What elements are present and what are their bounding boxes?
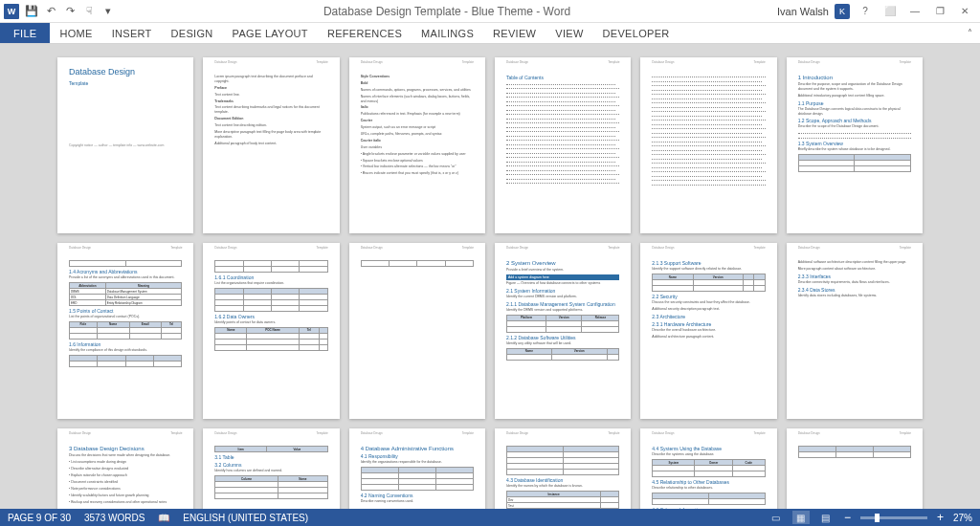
ribbon-display-options[interactable]: ⬜ [880,3,900,20]
subsection-heading: 2.1.2 Database Software Utilities [506,335,619,340]
zoom-slider[interactable] [860,516,927,519]
page-thumbnail[interactable]: Database DesignTemplate 2.1.3 Support So… [640,243,776,419]
subsection-heading: 1.2 Scope, Approach and Methods [798,118,911,123]
page-thumbnail[interactable]: Database DesignTemplate ItemValue 3.1 Ta… [203,428,339,509]
tab-file[interactable]: FILE [0,23,50,43]
minimize-button[interactable]: — [905,3,924,20]
user-avatar[interactable]: K [835,4,850,19]
print-layout-button[interactable]: ▦ [792,511,810,524]
read-mode-button[interactable]: ▭ [768,511,785,524]
subsection-heading: 1.6.1 Coordination [214,274,327,280]
close-button[interactable]: ✕ [955,3,974,20]
tab-page-layout[interactable]: PAGE LAYOUT [223,23,318,43]
page-thumbnail[interactable]: Database DesignTemplate 1.6.1 Coordinati… [203,243,339,419]
language-indicator[interactable]: ENGLISH (UNITED STATES) [183,513,308,523]
quick-access-toolbar: 💾 ↶ ↷ ☟ ▾ [23,3,117,20]
page-thumbnail[interactable]: Database DesignTemplate 1 Introduction D… [787,57,923,233]
page-thumbnail[interactable]: Database DesignTemplate Table of Content… [495,57,631,233]
subsection-heading: 4.3 Database Identification [506,477,619,483]
subsection-heading: 4.2 Naming Conventions [361,493,474,498]
tab-design[interactable]: DESIGN [162,23,223,43]
subsection-heading: 3.1 Table [214,454,327,460]
page-thumbnail[interactable]: Database DesignTemplate Lorem ipsum para… [203,57,339,233]
page-thumbnail[interactable]: Database DesignTemplate 2 System Overvie… [495,243,631,419]
tab-insert[interactable]: INSERT [102,23,162,43]
tab-mailings[interactable]: MAILINGS [412,23,483,43]
page-thumbnail[interactable]: Database Design Template Copyright notic… [57,57,193,233]
subsection-heading: 2.3.4 Data Stores [798,287,911,293]
ribbon-tabs: FILE HOME INSERT DESIGN PAGE LAYOUT REFE… [0,23,980,44]
subsection-heading: 1.5 Points of Contact [69,308,182,314]
collapse-ribbon-button[interactable]: ˄ [960,23,980,43]
zoom-level[interactable]: 27% [953,513,972,523]
title-bar: W 💾 ↶ ↷ ☟ ▾ Database Design Template - B… [0,0,980,23]
doc-subtitle: Template [69,80,182,86]
page-thumbnails-grid: Database Design Template Copyright notic… [57,57,923,509]
page-thumbnail[interactable]: Database DesignTemplate 4.4 Systems Usin… [640,428,776,509]
subsection-heading: 2.1 System Information [506,288,619,294]
subsection-heading: 2.1.3 Support Software [652,260,765,266]
subsection-heading: 2.3.3 Interfaces [798,274,911,279]
touch-mode-button[interactable]: ☟ [80,3,98,20]
subsection-heading: 4.1 Responsibility [361,453,474,459]
section-heading: 2 System Overview [506,260,619,266]
subsection-heading: 1.6.2 Data Owners [214,314,327,319]
undo-button[interactable]: ↶ [42,3,59,20]
page-thumbnail[interactable]: Database DesignTemplate 4.3 Database Ide… [495,428,631,509]
status-bar: PAGE 9 OF 30 3573 WORDS 📖 ENGLISH (UNITE… [0,509,980,526]
subsection-heading: 1.4 Acronyms and Abbreviations [69,269,182,274]
page-thumbnail[interactable]: Database DesignTemplate [349,243,485,419]
word-app-icon: W [4,4,19,19]
section-heading: 3 Database Design Decisions [69,446,182,451]
zoom-in-button[interactable]: + [935,511,946,524]
doc-title: Database Design [69,67,182,77]
spell-check-icon[interactable]: 📖 [158,513,169,523]
section-heading: 4 Database Administrative Functions [361,446,474,451]
subsection-heading: 1.6 Information [69,341,182,347]
page-thumbnail[interactable]: Database DesignTemplate 1.4 Acronyms and… [57,243,193,419]
page-indicator[interactable]: PAGE 9 OF 30 [8,513,71,523]
help-button[interactable]: ? [856,3,875,20]
section-heading: 1 Introduction [798,75,911,80]
subsection-heading: 4.6 Schema Information [652,507,765,509]
qat-customize-button[interactable]: ▾ [100,3,117,20]
subsection-heading: 2.3 Architecture [652,314,765,319]
subsection-heading: 4.5 Relationship to Other Databases [652,479,765,485]
page-thumbnail[interactable]: Database DesignTemplate Style Convention… [349,57,485,233]
save-button[interactable]: 💾 [23,3,40,20]
tab-view[interactable]: VIEW [546,23,592,43]
subsection-heading: 1.1 Purpose [798,100,911,106]
tab-home[interactable]: HOME [50,23,101,43]
tab-references[interactable]: REFERENCES [318,23,412,43]
subsection-heading: 2.2 Security [652,294,765,299]
page-thumbnail[interactable]: Database DesignTemplate Additional softw… [787,243,923,419]
toc-heading: Table of Contents [506,75,619,80]
web-layout-button[interactable]: ▤ [817,511,835,524]
zoom-out-button[interactable]: − [842,511,853,524]
subsection-heading: 2.3.1 Hardware Architecture [652,321,765,327]
tab-review[interactable]: REVIEW [483,23,546,43]
subsection-heading: 3.2 Columns [214,462,327,468]
page-thumbnail[interactable]: Database DesignTemplate 4 Database Admin… [349,428,485,509]
user-name[interactable]: Ivan Walsh [777,6,829,17]
subsection-heading: 1.3 System Overview [798,141,911,146]
word-count[interactable]: 3573 WORDS [84,513,145,523]
maximize-button[interactable]: ❐ [930,3,949,20]
page-thumbnail[interactable]: Database DesignTemplate [787,428,923,509]
document-canvas[interactable]: Database Design Template Copyright notic… [0,44,980,509]
page-thumbnail[interactable]: Database DesignTemplate [640,57,776,233]
page-thumbnail[interactable]: Database DesignTemplate 3 Database Desig… [57,428,193,509]
tab-developer[interactable]: DEVELOPER [593,23,679,43]
subsection-heading: 4.4 Systems Using the Database [652,446,765,451]
window-title: Database Design Template - Blue Theme - … [117,5,777,18]
redo-button[interactable]: ↷ [61,3,78,20]
subsection-heading: 2.1.1 Database Management System Configu… [506,301,619,307]
